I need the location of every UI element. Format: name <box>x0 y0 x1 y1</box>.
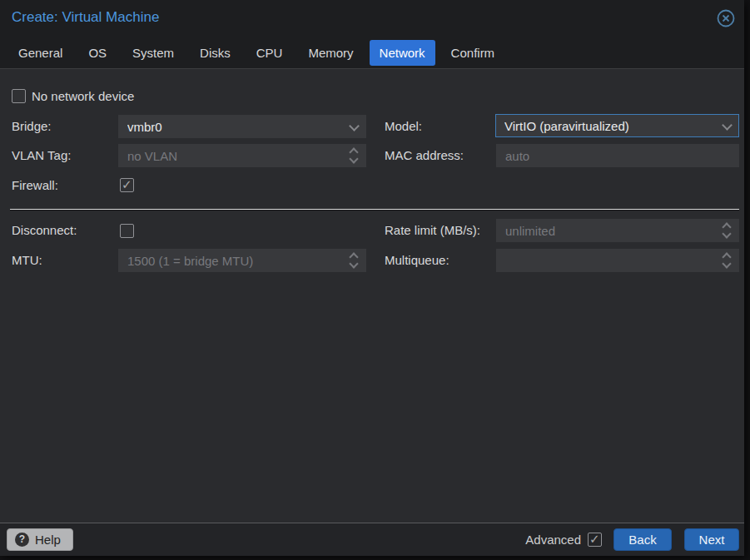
multiqueue-input[interactable] <box>497 250 738 271</box>
tab-memory[interactable]: Memory <box>298 40 363 66</box>
firewall-checkbox[interactable] <box>120 178 134 192</box>
tab-disks[interactable]: Disks <box>190 40 241 66</box>
vlan-tag-input[interactable] <box>119 145 365 166</box>
mac-address-input[interactable] <box>497 145 738 166</box>
tab-network[interactable]: Network <box>370 40 435 66</box>
close-icon[interactable] <box>717 9 735 27</box>
model-label: Model: <box>385 115 422 138</box>
tab-system[interactable]: System <box>122 40 184 66</box>
vlan-tag-spinner[interactable] <box>118 144 366 167</box>
multiqueue-spinner[interactable] <box>496 249 739 272</box>
dialog-title: Create: Virtual Machine <box>12 9 159 26</box>
firewall-label: Firewall: <box>12 174 58 197</box>
mac-address-field[interactable] <box>496 144 739 167</box>
create-vm-dialog: Create: Virtual Machine General OS Syste… <box>0 0 744 556</box>
mtu-spinner[interactable] <box>118 249 366 272</box>
mac-address-label: MAC address: <box>385 144 464 167</box>
advanced-checkbox[interactable] <box>588 533 602 547</box>
tab-cpu[interactable]: CPU <box>246 40 293 66</box>
disconnect-checkbox[interactable] <box>120 224 134 238</box>
model-combobox[interactable] <box>495 114 739 137</box>
rate-limit-input[interactable] <box>497 220 738 241</box>
rate-limit-label: Rate limit (MB/s): <box>385 219 480 242</box>
rate-limit-spinner[interactable] <box>496 219 739 242</box>
next-button[interactable]: Next <box>684 528 739 551</box>
bridge-input[interactable] <box>119 116 365 137</box>
no-network-device-label: No network device <box>32 85 134 108</box>
bridge-combobox[interactable] <box>118 115 366 138</box>
mtu-label: MTU: <box>12 249 42 272</box>
dialog-footer: ? Help Advanced Back Next <box>0 523 744 556</box>
dialog-titlebar: Create: Virtual Machine <box>0 0 744 37</box>
bridge-label: Bridge: <box>12 115 52 138</box>
tab-os[interactable]: OS <box>78 40 117 66</box>
question-mark-icon: ? <box>15 533 29 547</box>
model-input[interactable] <box>496 115 738 136</box>
multiqueue-label: Multiqueue: <box>385 249 450 272</box>
vlan-tag-label: VLAN Tag: <box>12 144 71 167</box>
advanced-label: Advanced <box>525 533 581 547</box>
mtu-input[interactable] <box>119 250 365 271</box>
tab-general[interactable]: General <box>8 40 72 66</box>
help-button-label: Help <box>35 533 61 547</box>
network-form: No network device Bridge: Model: VLAN Ta… <box>0 70 744 523</box>
wizard-tabbar: General OS System Disks CPU Memory Netwo… <box>0 37 744 69</box>
help-button[interactable]: ? Help <box>7 528 73 551</box>
disconnect-label: Disconnect: <box>12 219 77 242</box>
page-background: Create: Virtual Machine General OS Syste… <box>0 0 750 560</box>
no-network-device-checkbox[interactable] <box>12 89 26 103</box>
section-divider <box>10 209 739 210</box>
back-button[interactable]: Back <box>613 528 672 551</box>
tab-confirm[interactable]: Confirm <box>441 40 505 66</box>
